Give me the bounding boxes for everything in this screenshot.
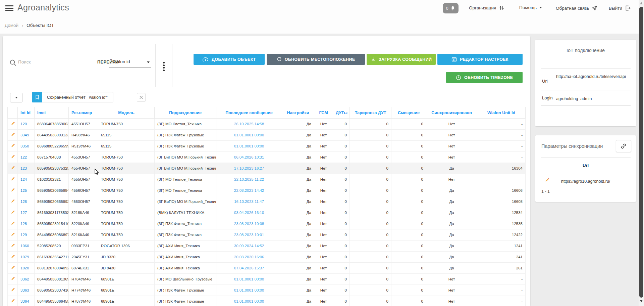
table-row[interactable]: 1060520852085200933ЕР31ROGATOR 1396(ЗГ) … [8, 241, 526, 252]
column-header[interactable]: Настройки [282, 107, 314, 119]
column-header[interactable]: Синхронизировано [426, 107, 477, 119]
table-row[interactable]: 1268659050206659924560ОН57TORUM-750(ЗГ В… [8, 196, 526, 207]
table-row[interactable]: 1298644950360868978216КА46TORUM-750(ЗГ) … [8, 229, 526, 241]
cell-id[interactable]: 126 [18, 196, 35, 207]
edit-row-button[interactable] [8, 130, 18, 141]
edit-row-button[interactable] [8, 296, 18, 306]
column-header[interactable]: Wialon Unit Id [477, 107, 526, 119]
notifications-badge[interactable]: 0 [443, 3, 459, 13]
link-button[interactable] [616, 140, 631, 152]
hamburger-menu-icon[interactable] [5, 5, 13, 11]
cell-id[interactable]: 128 [18, 218, 35, 229]
edit-row-button[interactable] [8, 274, 18, 285]
cell-id[interactable]: 129 [18, 229, 35, 241]
edit-row-button[interactable] [8, 252, 18, 263]
edit-row-button[interactable] [8, 229, 18, 241]
table-row[interactable]: 1278616930311735038218КА46TORUM-750(БМК)… [8, 207, 526, 218]
edit-row-button[interactable] [8, 218, 18, 229]
cell-id[interactable]: 3350 [18, 141, 35, 152]
table-row[interactable]: 3363865905023837416Н774УМ4668901Е(ЗГ) ПЗ… [8, 285, 526, 296]
edit-row-button[interactable] [8, 263, 18, 274]
column-header[interactable]: Рег.номер [69, 107, 98, 119]
breadcrumb-home[interactable]: Домой [5, 23, 18, 28]
column-header[interactable]: Imei [35, 107, 69, 119]
column-header[interactable]: ГСМ [314, 107, 333, 119]
cell-id[interactable]: 122 [18, 152, 35, 163]
column-header[interactable]: Модель [98, 107, 155, 119]
edit-row-button[interactable] [8, 174, 18, 185]
cell-id[interactable]: 124 [18, 174, 35, 185]
cell-id[interactable]: 120 [18, 119, 35, 130]
edit-row-button[interactable] [8, 163, 18, 174]
column-header[interactable]: Подразделение [155, 107, 216, 119]
cell-wialon_id: - [477, 130, 526, 141]
column-header[interactable]: Последнее сообщение [216, 107, 282, 119]
table-row[interactable]: 3362864495036081369Н784УМ4668901Е(ЗГ) МО… [8, 274, 526, 285]
cell-division: (ЗГ) ПЗК Фатеж_Грузовые [155, 285, 216, 296]
column-header[interactable]: ДУТы [333, 107, 350, 119]
cell-id[interactable]: 1060 [18, 241, 35, 252]
cell-id[interactable]: 1079 [18, 252, 35, 263]
refresh-timezone-button[interactable]: ОБНОВИТЬ TIMEZONE [446, 72, 523, 83]
column-header[interactable]: Смещение [391, 107, 426, 119]
table-row[interactable]: 3364864495035866455Н787УМ4668901Е(ЗГ) ПЗ… [8, 296, 526, 306]
edit-row-button[interactable] [8, 185, 18, 196]
edit-row-button[interactable] [8, 141, 18, 152]
saved-reports-dropdown[interactable] [10, 93, 22, 102]
cell-id[interactable]: 3364 [18, 296, 35, 306]
edit-row-button[interactable] [8, 241, 18, 252]
search-input[interactable] [18, 57, 95, 67]
table-row[interactable]: 1288659050239154108220КА46TORUM-750(ЗГ) … [8, 218, 526, 229]
scrollbar-down-arrow-icon[interactable] [640, 300, 643, 302]
iot-connection-card: IoT подключение Url http://aa-iot.agroho… [535, 40, 636, 126]
saved-report-chip[interactable]: Сохранённый отчёт =wialon id"" [32, 92, 113, 102]
scrollbar-up-arrow-icon[interactable] [640, 2, 643, 4]
cell-id[interactable]: 1020 [18, 263, 35, 274]
table-row[interactable]: 124010201023214555ОН57TORUM-750(ЗГ) МО Т… [8, 174, 526, 185]
settings-editor-button[interactable]: РЕДАКТОР НАСТРОЕК [437, 54, 523, 65]
vertical-scrollbar[interactable] [639, 0, 644, 306]
help-label: Помощь [519, 5, 537, 10]
cell-id[interactable]: 3349 [18, 130, 35, 141]
edit-row-button[interactable] [8, 119, 18, 130]
add-object-button[interactable]: ДОБАВИТЬ ОБЪЕКТ [194, 54, 265, 65]
load-messages-button[interactable]: ЗАГРУЗКА СООБЩЕНИЙ [367, 54, 436, 65]
cell-id[interactable]: 3362 [18, 274, 35, 285]
wialon-id-select[interactable]: wialon id [109, 57, 151, 68]
url-value: http://aa-iot.agrohold.ru/teleserver/api [556, 73, 631, 80]
organization-menu[interactable]: Организация [469, 5, 504, 11]
cell-division: (ЗГ ВиПО) МО М.Горький_Техника [155, 196, 216, 207]
cell-id[interactable]: 3363 [18, 285, 35, 296]
table-row[interactable]: 10798616930355427112045ЕУ31JD 9320(ЗГ) А… [8, 252, 526, 263]
edit-row-button[interactable] [8, 285, 18, 296]
cell-duts: 0 [333, 263, 350, 274]
edit-row-button[interactable] [8, 152, 18, 163]
edit-row-button[interactable] [8, 196, 18, 207]
table-row[interactable]: 3349864495036093133Н498УК4665115(ЗГ) ПЗК… [8, 130, 526, 141]
close-icon[interactable] [137, 93, 146, 102]
feedback-menu[interactable]: Обратная связь [556, 5, 598, 11]
cell-id[interactable]: 123 [18, 163, 35, 174]
table-row[interactable]: 3350869688052296599Н519УМ4665115(ЗГ) ПЗК… [8, 141, 526, 152]
table-grid-icon [451, 57, 457, 62]
column-header[interactable]: Iot Id [18, 107, 35, 119]
table-row[interactable]: 10208691320780940926074ЕК31JD 8430(ЗГ) А… [8, 263, 526, 274]
cell-id[interactable]: 125 [18, 185, 35, 196]
column-header[interactable]: Тарировка ДУТ [350, 107, 391, 119]
table-row[interactable]: 1258659050206659844556ОН57TORUM-750(ЗГ) … [8, 185, 526, 196]
logout-menu[interactable]: Выйти [609, 5, 631, 11]
help-menu[interactable]: Помощь [519, 5, 542, 10]
table-row[interactable]: 1238659050238753254554ОН57TORUM-750(ЗГ В… [8, 163, 526, 174]
edit-row-button[interactable] [8, 207, 18, 218]
cell-calibration: 0 [350, 207, 391, 218]
refresh-location-button[interactable]: ОБНОВИТЬ МЕСТОПОЛОЖЕНИЕ [267, 54, 365, 65]
table-row[interactable]: 122867157048384553ОН57TORUM-750(ЗГ ВиПО)… [8, 152, 526, 163]
table-row[interactable]: 1208680640788590034551ОН57TORUM-750(ЗГ) … [8, 119, 526, 130]
more-options-icon[interactable] [162, 62, 166, 74]
cell-last_msg: 20.03.2020 16:06 [216, 252, 282, 263]
cell-calibration: 0 [350, 263, 391, 274]
scrollbar-thumb[interactable] [639, 7, 643, 298]
breadcrumb: Домой › Объекты IOT [5, 23, 54, 28]
cell-model: TORUM-750 [98, 196, 155, 207]
cell-id[interactable]: 127 [18, 207, 35, 218]
